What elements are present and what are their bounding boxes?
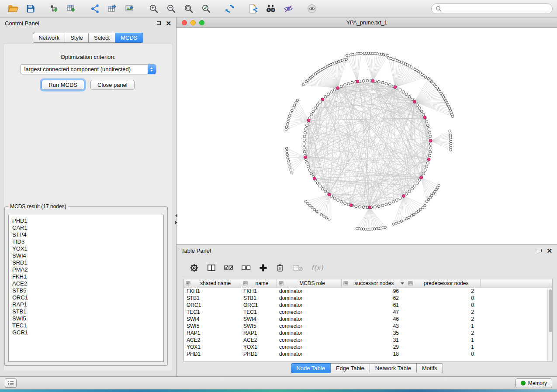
float-panel-icon[interactable] — [157, 21, 161, 25]
zoom-in-icon — [149, 4, 159, 14]
mcds-result-item[interactable]: PMA2 — [12, 266, 163, 273]
scrollbar-thumb[interactable] — [549, 289, 552, 332]
mcds-result-item[interactable]: CAR1 — [12, 224, 163, 231]
table-cell-filler — [480, 302, 552, 309]
export-image-button[interactable] — [121, 2, 139, 16]
create-view-button[interactable] — [245, 2, 262, 16]
table-row[interactable]: PHD1PHD1dominator180 — [184, 351, 552, 358]
column-header-name[interactable]: name — [241, 279, 277, 288]
table-row[interactable]: YOX1YOX1connector291 — [184, 344, 552, 351]
table-cell-filler — [480, 309, 552, 316]
tab-style[interactable]: Style — [65, 33, 89, 43]
search-box[interactable] — [431, 3, 553, 14]
select-all-rows-button[interactable] — [224, 264, 233, 271]
table-cell: 96 — [341, 288, 406, 295]
table-cell: PHD1 — [184, 351, 241, 358]
memory-button[interactable]: Memory — [515, 378, 552, 388]
clear-table-button[interactable] — [293, 264, 303, 272]
show-all-button[interactable] — [303, 2, 321, 16]
splitter-handle[interactable] — [175, 210, 178, 228]
mcds-result-item[interactable]: SWI5 — [12, 315, 163, 322]
mcds-result-item[interactable]: RAP1 — [12, 301, 163, 308]
column-header-mcds-role[interactable]: MCDS role — [277, 279, 341, 288]
tab-mcds[interactable]: MCDS — [115, 33, 143, 43]
import-network-button[interactable] — [45, 2, 63, 16]
toggle-columns-button[interactable] — [207, 264, 216, 272]
clear-table-icon — [293, 264, 303, 272]
tab-node-table[interactable]: Node Table — [291, 363, 331, 373]
zoom-out-button[interactable] — [163, 2, 180, 16]
zoom-out-icon — [166, 4, 176, 14]
tab-motifs[interactable]: Motifs — [417, 363, 443, 373]
column-header-shared-name[interactable]: shared name — [184, 279, 241, 288]
export-table-button[interactable] — [104, 2, 121, 16]
mcds-result-item[interactable]: STP4 — [12, 231, 163, 238]
zoom-in-button[interactable] — [145, 2, 163, 16]
deselect-all-rows-button[interactable] — [242, 264, 251, 271]
table-row[interactable]: RAP1RAP1dominator352 — [184, 330, 552, 337]
refresh-view-button[interactable] — [221, 2, 239, 16]
table-row[interactable]: SWI5SWI5connector431 — [184, 323, 552, 330]
mcds-result-title: MCDS result (17 nodes) — [8, 203, 68, 210]
zoom-fit-button[interactable] — [180, 2, 197, 16]
close-mcds-panel-button[interactable]: Close panel — [90, 80, 135, 90]
table-row[interactable]: FKH1FKH1dominator962 — [184, 288, 552, 295]
gear-icon — [190, 263, 199, 272]
criterion-dropdown[interactable]: largest connected component (undirected) — [20, 64, 156, 74]
run-mcds-button[interactable]: Run MCDS — [42, 80, 84, 90]
table-cell: SWI5 — [241, 323, 277, 330]
mcds-result-item[interactable]: SWI4 — [12, 252, 163, 259]
mcds-result-item[interactable]: GCR1 — [12, 329, 163, 336]
mcds-result-item[interactable]: SRD1 — [12, 259, 163, 266]
close-panel-icon[interactable]: ✕ — [166, 20, 171, 27]
export-network-button[interactable] — [86, 2, 104, 16]
tab-network[interactable]: Network — [33, 33, 65, 43]
table-settings-button[interactable] — [190, 263, 199, 272]
add-column-button[interactable] — [259, 264, 267, 272]
float-table-panel-icon[interactable] — [538, 249, 542, 252]
mcds-result-item[interactable]: PHD1 — [12, 217, 163, 224]
hide-selected-button[interactable] — [280, 2, 297, 16]
mcds-result-item[interactable]: TID3 — [12, 238, 163, 245]
search-input[interactable] — [444, 6, 548, 12]
table-row[interactable]: TEC1TEC1connector472 — [184, 309, 552, 316]
function-builder-button[interactable]: f(x) — [311, 264, 323, 272]
network-canvas[interactable] — [176, 28, 557, 244]
tab-network-table[interactable]: Network Table — [370, 363, 417, 373]
column-header-predecessor-nodes[interactable]: predecessor nodes — [406, 279, 480, 288]
network-window-titlebar[interactable]: YPA_prune.txt_1 — [176, 17, 557, 28]
table-cell: SWI4 — [241, 316, 277, 323]
table-row[interactable]: SWI4SWI4dominator462 — [184, 316, 552, 323]
mcds-result-item[interactable]: YOX1 — [12, 245, 163, 252]
mcds-result-item[interactable]: FKH1 — [12, 273, 163, 280]
close-table-panel-icon[interactable]: ✕ — [547, 248, 552, 254]
find-button[interactable] — [262, 2, 280, 16]
import-table-button[interactable] — [63, 2, 80, 16]
mcds-result-item[interactable]: STB1 — [12, 308, 163, 315]
table-row[interactable]: STB1STB1dominator620 — [184, 295, 552, 302]
table-cell: TEC1 — [184, 309, 241, 316]
column-header-successor-nodes[interactable]: successor nodes — [341, 279, 406, 288]
table-cell: ORC1 — [184, 302, 241, 309]
task-history-button[interactable] — [5, 378, 17, 388]
mcds-result-item[interactable]: ORC1 — [12, 294, 163, 301]
table-cell: SWI4 — [184, 316, 241, 323]
table-scrollbar[interactable] — [547, 288, 552, 361]
zoom-selected-button[interactable] — [197, 2, 215, 16]
optimization-criterion-label: Optimization criterion: — [4, 54, 172, 60]
save-icon — [26, 4, 35, 13]
mcds-result-item[interactable]: STB5 — [12, 287, 163, 294]
tab-edge-table[interactable]: Edge Table — [331, 363, 370, 373]
table-row[interactable]: ACE2ACE2connector311 — [184, 337, 552, 344]
open-file-button[interactable] — [4, 2, 22, 16]
save-session-button[interactable] — [22, 2, 39, 16]
tab-select[interactable]: Select — [89, 33, 115, 43]
select-all-icon — [224, 264, 233, 271]
mcds-result-item[interactable]: ACE2 — [12, 280, 163, 287]
mcds-result-item[interactable]: TEC1 — [12, 322, 163, 329]
desktop-wallpaper-strip — [0, 389, 557, 392]
table-cell: RAP1 — [241, 330, 277, 337]
table-row[interactable]: ORC1ORC1dominator610 — [184, 302, 552, 309]
delete-column-button[interactable] — [276, 263, 284, 272]
mcds-result-list[interactable]: PHD1CAR1STP4TID3YOX1SWI4SRD1PMA2FKH1ACE2… — [8, 215, 164, 362]
